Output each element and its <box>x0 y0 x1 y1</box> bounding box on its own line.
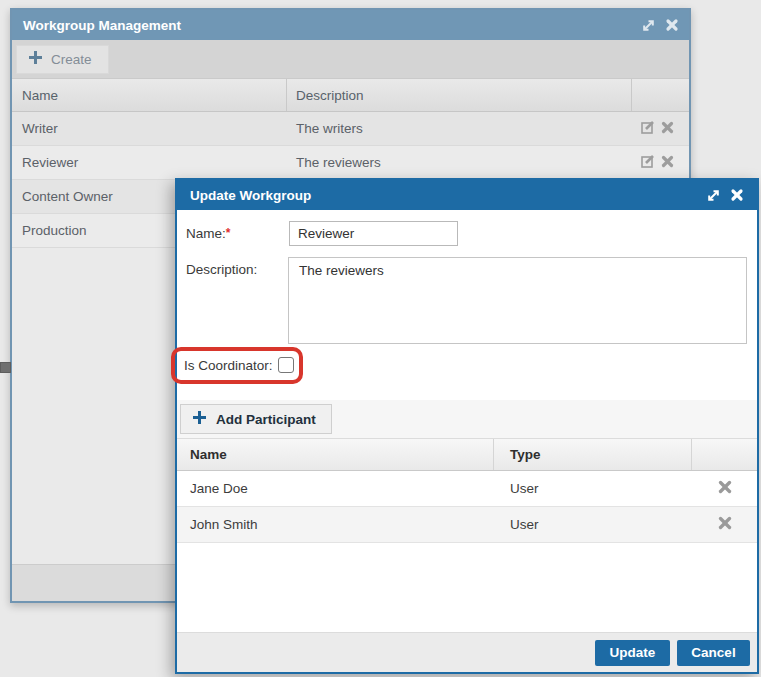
edit-icon[interactable] <box>640 119 656 138</box>
edit-icon[interactable] <box>640 153 656 172</box>
workgroup-window-titlebar: Workgroup Management <box>12 10 689 40</box>
create-button[interactable]: Create <box>16 45 109 74</box>
dialog-titlebar: Update Workgroup <box>177 180 757 210</box>
plus-icon <box>193 411 206 427</box>
description-field[interactable]: The reviewers <box>288 257 747 344</box>
close-icon[interactable] <box>730 188 744 202</box>
workgroup-name-cell: Reviewer <box>12 155 287 170</box>
add-participant-button[interactable]: Add Participant <box>180 404 332 434</box>
dialog-footer: Update Cancel <box>177 632 757 672</box>
plus-icon <box>29 51 42 67</box>
expand-icon[interactable] <box>641 18 656 33</box>
column-header-description[interactable]: Description <box>287 79 632 111</box>
workgroup-description-cell: The writers <box>287 121 632 136</box>
participant-type-cell: User <box>494 481 692 496</box>
workgroup-name-cell: Writer <box>12 121 287 136</box>
dialog-title: Update Workgroup <box>190 188 706 203</box>
column-header-type[interactable]: Type <box>494 439 692 470</box>
delete-icon[interactable] <box>661 155 674 171</box>
participant-row: Jane Doe User <box>177 471 757 507</box>
table-row: Reviewer The reviewers <box>12 146 689 180</box>
participant-name-cell: John Smith <box>177 517 494 532</box>
description-label: Description: <box>186 262 257 277</box>
column-header-actions <box>632 79 689 111</box>
create-button-label: Create <box>51 52 92 67</box>
workgroup-table-header: Name Description <box>12 78 689 112</box>
column-header-actions <box>692 439 757 470</box>
workgroup-toolbar: Create <box>12 40 689 78</box>
participant-row: John Smith User <box>177 507 757 543</box>
cancel-button[interactable]: Cancel <box>677 640 750 666</box>
update-button[interactable]: Update <box>595 640 670 666</box>
is-coordinator-label: Is Coordinator: <box>184 358 273 373</box>
remove-participant-icon[interactable] <box>718 480 732 497</box>
update-workgroup-dialog: Update Workgroup Name:* Description: The… <box>175 178 759 674</box>
dialog-body: Name:* Description: The reviewers Is Coo… <box>177 210 757 632</box>
close-icon[interactable] <box>665 18 679 32</box>
column-header-name[interactable]: Name <box>177 439 494 470</box>
participant-type-cell: User <box>494 517 692 532</box>
page: { "colors": { "window_titlebar": "#7097b… <box>0 0 761 677</box>
table-row: Writer The writers <box>12 112 689 146</box>
add-participant-label: Add Participant <box>216 412 316 427</box>
remove-participant-icon[interactable] <box>718 516 732 533</box>
workgroup-description-cell: The reviewers <box>287 155 632 170</box>
participant-name-cell: Jane Doe <box>177 481 494 496</box>
delete-icon[interactable] <box>661 121 674 137</box>
column-header-name[interactable]: Name <box>12 79 287 111</box>
participant-toolbar: Add Participant <box>177 400 757 438</box>
workgroup-window-title: Workgroup Management <box>23 18 641 33</box>
is-coordinator-checkbox[interactable] <box>278 357 294 373</box>
required-marker: * <box>226 226 231 240</box>
expand-icon[interactable] <box>706 188 721 203</box>
sidebar-collapse-handle[interactable] <box>0 362 11 373</box>
name-field[interactable] <box>289 221 458 246</box>
participant-table-header: Name Type <box>177 438 757 471</box>
name-label: Name:* <box>186 226 230 241</box>
